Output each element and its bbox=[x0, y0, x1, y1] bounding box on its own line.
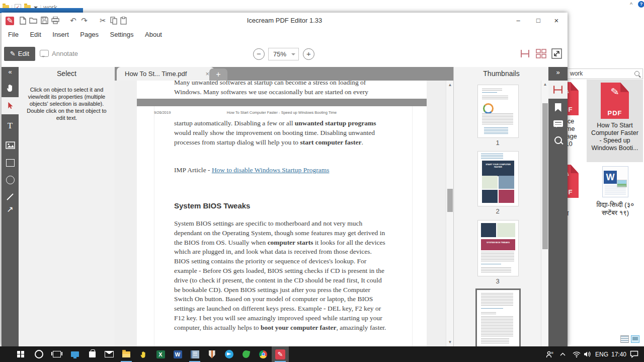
file-tile[interactable]: ✎PDF Reduce Chrome U Usage ows 10 bbox=[568, 82, 579, 148]
undo-icon[interactable]: ↶ bbox=[69, 17, 77, 25]
redo-icon[interactable]: ↷ bbox=[80, 17, 89, 25]
zoom-out-button[interactable]: − bbox=[253, 48, 265, 60]
people-button[interactable]: R bbox=[546, 346, 554, 362]
new-tab-button[interactable]: + bbox=[209, 68, 227, 81]
large-icons-view-icon[interactable] bbox=[631, 335, 639, 343]
document-viewport[interactable]: Many unwanted softwares at startup can b… bbox=[115, 81, 446, 346]
volume-button[interactable] bbox=[584, 346, 591, 362]
edit-mode-button[interactable]: ✎Edit bbox=[4, 47, 35, 61]
notebook-icon bbox=[191, 350, 199, 358]
expand-panel-button[interactable]: » bbox=[548, 68, 568, 76]
pdf-editor-icon: ✎ bbox=[275, 349, 285, 359]
scroll-up-icon[interactable]: ▲ bbox=[541, 82, 549, 87]
menu-insert[interactable]: Insert bbox=[48, 29, 73, 40]
cortana-button[interactable] bbox=[30, 346, 47, 362]
mail-button[interactable] bbox=[101, 346, 118, 362]
tray-expand-button[interactable] bbox=[560, 346, 566, 362]
thumbnail-page-2[interactable]: START YOUR COMPUTER FASTER bbox=[477, 151, 519, 206]
pdf-page-3: Many unwanted softwares at startup can b… bbox=[137, 81, 427, 99]
menu-about[interactable]: About bbox=[140, 29, 167, 40]
arrow-tool[interactable]: ↗ bbox=[2, 204, 19, 220]
scroll-down-icon[interactable]: ▼ bbox=[446, 340, 454, 344]
bookmarks-tab-icon[interactable] bbox=[548, 103, 568, 114]
help-icon[interactable]: ? bbox=[638, 1, 644, 8]
scrollbar-thumb[interactable] bbox=[447, 189, 453, 212]
comments-tab-icon[interactable] bbox=[548, 120, 568, 129]
section-heading: System BIOS Tweaks bbox=[174, 201, 250, 210]
tab-close-icon[interactable]: × bbox=[205, 67, 209, 81]
zoom-in-button[interactable]: + bbox=[303, 48, 314, 60]
paragraph-bios: System BIOS settings are specific to mot… bbox=[174, 219, 387, 333]
file-tile[interactable]: ✎PDF र्तींचा कोणारा ाम bbox=[568, 165, 579, 225]
image-tool[interactable] bbox=[2, 138, 19, 153]
details-view-icon[interactable] bbox=[620, 335, 629, 343]
excel-button[interactable]: X bbox=[152, 346, 169, 362]
scroll-up-icon[interactable]: ▲ bbox=[446, 83, 454, 87]
scrollbar-thumb[interactable] bbox=[542, 103, 548, 249]
rectangle-tool[interactable] bbox=[2, 155, 19, 170]
thumbnails-scrollbar[interactable]: ▲ bbox=[541, 81, 549, 346]
ellipse-tool[interactable] bbox=[2, 172, 19, 187]
thumbnail-page-4-selected[interactable] bbox=[475, 288, 521, 348]
thumbnail-page-3[interactable]: SYSTEM BIOS TWEAKS bbox=[477, 220, 519, 276]
store-button[interactable] bbox=[84, 346, 101, 362]
annotate-mode-button[interactable]: Annotate bbox=[40, 47, 78, 61]
editor-titlebar: Icecream PDF Editor 1.33 ✎ ↶ ↷ ✂ – □ × bbox=[2, 13, 568, 29]
fit-width-icon[interactable] bbox=[520, 49, 530, 60]
paste-icon[interactable] bbox=[119, 17, 128, 25]
document-tab[interactable]: How To St... Time.pdf × bbox=[117, 67, 214, 81]
file-tile[interactable]: W विद्या-सिध्दी (३० सप्टेंबर १९) bbox=[588, 166, 643, 217]
save-icon[interactable] bbox=[40, 17, 49, 25]
search-tab-icon[interactable] bbox=[548, 136, 568, 146]
document-scrollbar[interactable]: ▲ ▼ bbox=[446, 81, 454, 346]
green-app-button[interactable] bbox=[237, 346, 255, 362]
gauge-image bbox=[483, 103, 494, 114]
zoom-level-select[interactable]: 75% bbox=[268, 48, 299, 60]
this-pc-button[interactable] bbox=[66, 346, 84, 362]
menu-file[interactable]: File bbox=[2, 29, 23, 40]
select-tool[interactable] bbox=[2, 97, 19, 114]
fullscreen-icon[interactable] bbox=[551, 48, 562, 61]
text-tool[interactable]: T bbox=[2, 121, 19, 136]
maximize-button[interactable]: □ bbox=[529, 13, 547, 29]
thumbnails-tab-icon[interactable] bbox=[548, 81, 568, 99]
task-view-button[interactable] bbox=[48, 346, 65, 362]
file-explorer-button[interactable] bbox=[118, 346, 135, 362]
menu-settings[interactable]: Settings bbox=[106, 29, 138, 40]
telegram-button[interactable] bbox=[220, 346, 237, 362]
chrome-icon bbox=[259, 350, 267, 358]
pdf-editor-taskbar-button[interactable]: ✎ bbox=[272, 346, 289, 362]
copy-icon[interactable] bbox=[109, 17, 118, 25]
page-header-title: How To Start Computer Faster - Speed up … bbox=[137, 110, 427, 115]
chrome-button[interactable] bbox=[255, 346, 272, 362]
menu-pages[interactable]: Pages bbox=[75, 29, 103, 40]
panel-hint-text: Click on object to select it and view/ed… bbox=[24, 86, 110, 121]
notification-icon bbox=[630, 350, 638, 358]
thumbnail-page-1[interactable] bbox=[477, 85, 519, 138]
notes-app-button[interactable] bbox=[186, 346, 203, 362]
word-button[interactable]: W bbox=[169, 346, 186, 362]
action-center-button[interactable] bbox=[630, 346, 638, 362]
clock[interactable]: 17:40 bbox=[611, 346, 626, 362]
new-file-icon[interactable] bbox=[18, 17, 27, 25]
hand-app-button[interactable] bbox=[135, 346, 152, 362]
print-icon[interactable] bbox=[51, 17, 59, 25]
explorer-search-input[interactable]: work bbox=[568, 68, 643, 79]
grid-view-icon[interactable] bbox=[535, 49, 547, 60]
speaker-icon bbox=[584, 351, 591, 357]
line-tool[interactable] bbox=[2, 189, 19, 204]
close-button[interactable]: × bbox=[547, 13, 566, 29]
hand-tool[interactable] bbox=[2, 81, 19, 96]
open-file-icon[interactable] bbox=[29, 17, 38, 25]
doc-link[interactable]: How to disable Windows Startup Programs bbox=[212, 166, 330, 174]
language-indicator[interactable]: ENG bbox=[595, 346, 608, 362]
file-tile-selected[interactable]: ✎PDF How To Start Computer Faster - Spee… bbox=[587, 80, 643, 162]
minimize-button[interactable]: – bbox=[509, 13, 527, 29]
antivirus-button[interactable] bbox=[203, 346, 220, 362]
ribbon-collapse-icon[interactable]: ^ bbox=[630, 2, 632, 8]
network-button[interactable] bbox=[573, 346, 581, 362]
start-button[interactable] bbox=[12, 346, 29, 362]
cut-icon[interactable]: ✂ bbox=[99, 17, 107, 25]
page3-paragraph: Many unwanted softwares at startup can b… bbox=[174, 81, 387, 97]
menu-edit[interactable]: Edit bbox=[25, 29, 45, 40]
